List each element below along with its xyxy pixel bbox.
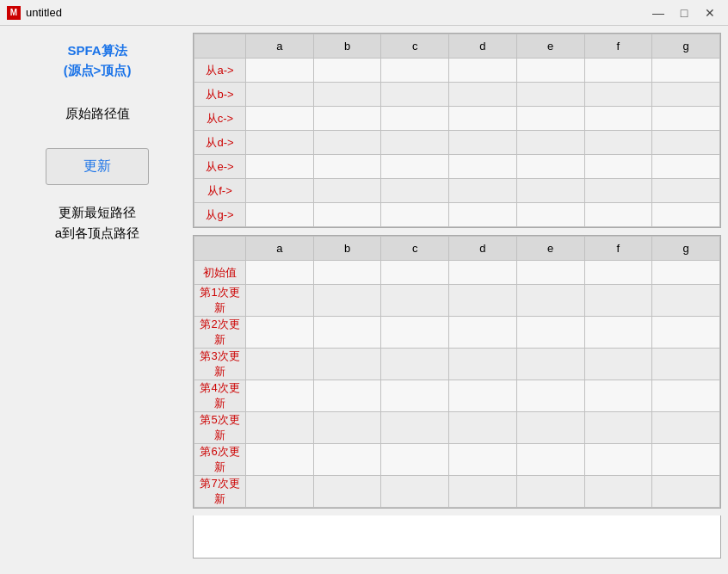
table-cell [652, 131, 720, 155]
table-cell [246, 349, 314, 380]
spfa-line2: (源点>顶点) [10, 61, 184, 81]
table-cell [652, 261, 720, 285]
table-cell [381, 412, 449, 444]
table-row: 从c-> [194, 107, 720, 131]
top-table-col-c: c [381, 34, 449, 59]
row-header: 第4次更新 [194, 380, 246, 412]
table-cell [313, 380, 381, 412]
row-header: 第2次更新 [194, 317, 246, 349]
bottom-table-col-e: e [516, 237, 584, 261]
window-controls: — □ ✕ [647, 4, 721, 22]
table-cell [246, 203, 314, 227]
table-row: 从g-> [194, 203, 720, 227]
table-cell [584, 203, 652, 227]
top-table-col-g: g [652, 34, 720, 59]
bottom-table-corner [194, 237, 246, 261]
table-row: 从a-> [194, 59, 720, 83]
table-cell [246, 107, 314, 131]
table-cell [246, 476, 314, 508]
table-cell [449, 285, 517, 317]
table-cell [313, 59, 381, 83]
bottom-table-col-g: g [652, 237, 720, 261]
table-cell [381, 261, 449, 285]
table-cell [516, 155, 584, 179]
spfa-line1: SPFA算法 [10, 41, 184, 61]
table-cell [584, 317, 652, 349]
table-cell [516, 261, 584, 285]
bottom-table-col-a: a [246, 237, 314, 261]
bottom-table-col-c: c [381, 237, 449, 261]
table-cell [246, 261, 314, 285]
title-bar: M untitled — □ ✕ [0, 0, 728, 26]
table-cell [516, 317, 584, 349]
table-cell [381, 349, 449, 380]
table-cell [652, 285, 720, 317]
table-cell [584, 59, 652, 83]
table-cell [449, 107, 517, 131]
table-cell [449, 155, 517, 179]
top-table: a b c d e f g 从a->从b->从c->从d->从e->从f->从g… [194, 34, 720, 227]
table-row: 初始值 [194, 261, 720, 285]
table-cell [246, 83, 314, 107]
table-cell [381, 131, 449, 155]
bottom-table-col-d: d [449, 237, 517, 261]
table-cell [516, 444, 584, 476]
table-cell [449, 203, 517, 227]
main-content: SPFA算法 (源点>顶点) 原始路径值 更新 更新最短路径 a到各顶点路径 a… [0, 26, 728, 574]
top-grid-container: a b c d e f g 从a->从b->从c->从d->从e->从f->从g… [193, 33, 721, 228]
table-cell [516, 412, 584, 444]
table-cell [516, 83, 584, 107]
table-cell [652, 155, 720, 179]
table-cell [584, 380, 652, 412]
table-cell [652, 380, 720, 412]
table-cell [381, 107, 449, 131]
table-row: 第1次更新 [194, 285, 720, 317]
row-header: 初始值 [194, 261, 246, 285]
table-cell [652, 83, 720, 107]
row-header: 第6次更新 [194, 444, 246, 476]
table-row: 第7次更新 [194, 476, 720, 508]
table-cell [516, 349, 584, 380]
table-row: 从f-> [194, 179, 720, 203]
row-header: 从e-> [194, 155, 246, 179]
table-cell [449, 131, 517, 155]
table-cell [584, 261, 652, 285]
table-cell [652, 107, 720, 131]
table-cell [246, 317, 314, 349]
minimize-button[interactable]: — [647, 4, 669, 22]
right-panel: a b c d e f g 从a->从b->从c->从d->从e->从f->从g… [193, 33, 721, 567]
update-button[interactable]: 更新 [46, 148, 149, 185]
table-row: 从d-> [194, 131, 720, 155]
table-cell [381, 380, 449, 412]
restore-button[interactable]: □ [673, 4, 695, 22]
close-button[interactable]: ✕ [699, 4, 721, 22]
table-cell [313, 444, 381, 476]
update-path-label: 更新最短路径 a到各顶点路径 [7, 194, 188, 252]
table-cell [516, 179, 584, 203]
table-cell [449, 444, 517, 476]
table-cell [313, 317, 381, 349]
table-cell [381, 285, 449, 317]
table-row: 第5次更新 [194, 412, 720, 444]
table-row: 第6次更新 [194, 444, 720, 476]
table-cell [652, 203, 720, 227]
table-cell [246, 412, 314, 444]
table-cell [584, 476, 652, 508]
table-cell [449, 412, 517, 444]
row-header: 第3次更新 [194, 349, 246, 380]
table-row: 从e-> [194, 155, 720, 179]
table-cell [584, 83, 652, 107]
row-header: 第7次更新 [194, 476, 246, 508]
table-cell [313, 476, 381, 508]
bottom-grid-container: a b c d e f g 初始值第1次更新第2次更新第3次更新第4次更新第5次… [193, 235, 721, 509]
table-cell [652, 59, 720, 83]
table-cell [652, 476, 720, 508]
table-cell [652, 444, 720, 476]
table-cell [449, 261, 517, 285]
table-row: 第2次更新 [194, 317, 720, 349]
table-row: 第4次更新 [194, 380, 720, 412]
row-header: 从f-> [194, 179, 246, 203]
table-cell [313, 83, 381, 107]
table-cell [516, 107, 584, 131]
table-cell [449, 179, 517, 203]
